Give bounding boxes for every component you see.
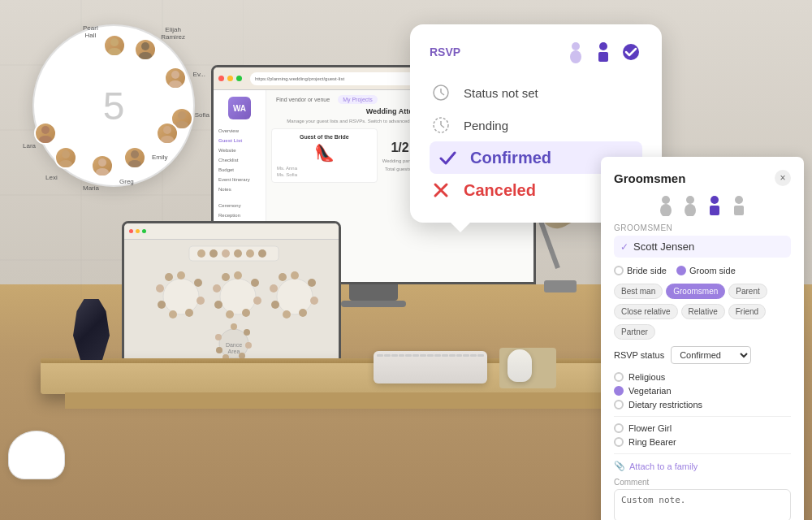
dietary-checkbox[interactable] (614, 400, 624, 410)
tag-relative[interactable]: Relative (681, 304, 725, 319)
nav-event-itinerary[interactable]: Event Itinerary (217, 175, 262, 184)
attach-label: Attach to a family (629, 462, 698, 471)
svg-line-38 (441, 93, 444, 95)
svg-point-69 (222, 273, 230, 281)
svg-point-25 (98, 158, 106, 167)
svg-point-33 (599, 42, 607, 50)
religious-checkbox[interactable] (614, 372, 624, 382)
rsvp-popup-header: RSVP (430, 41, 642, 63)
svg-point-50 (246, 249, 254, 258)
bride-column: Guest of the Bride 👠 Ms. Anna Ms. Sofia (271, 128, 378, 183)
svg-point-65 (242, 309, 250, 317)
svg-point-22 (39, 136, 52, 143)
guest-avatar-5 (34, 122, 57, 145)
bride-side-option[interactable]: Bride side (614, 266, 667, 275)
guest-name: Scott Jensen (633, 240, 694, 253)
name-check-icon: ✓ (620, 241, 628, 253)
groom-side-radio[interactable] (676, 266, 686, 275)
bride-side-radio[interactable] (614, 266, 624, 275)
tab-vendor[interactable]: Find vendor or venue (271, 95, 335, 104)
tag-friend[interactable]: Friend (728, 304, 766, 319)
svg-point-23 (62, 150, 70, 158)
nav-checklist[interactable]: Checklist (217, 155, 262, 165)
ring-bearer-checkbox[interactable] (614, 437, 624, 447)
tab-projects[interactable]: My Projects (338, 95, 378, 104)
canceled-icon (430, 179, 452, 202)
svg-point-71 (291, 271, 299, 280)
laptop-dot-red (129, 229, 133, 233)
svg-point-13 (110, 38, 119, 46)
nav-website[interactable]: Website (217, 145, 262, 155)
groom-side-option[interactable]: Groom side (676, 266, 736, 275)
vegetarian-checkbox[interactable] (614, 386, 624, 396)
tag-partner[interactable]: Partner (614, 324, 655, 340)
svg-point-57 (169, 310, 177, 318)
flower-girl-checkbox[interactable] (614, 423, 624, 433)
svg-point-56 (185, 309, 193, 317)
svg-point-58 (158, 301, 166, 309)
browser-dot-green[interactable] (236, 76, 242, 81)
svg-point-15 (141, 42, 149, 50)
nav-guest-list[interactable]: Guest List (217, 136, 262, 145)
attach-icon: 📎 (614, 461, 625, 471)
browser-dot-yellow[interactable] (227, 76, 233, 81)
seating-svg: Dance Area (124, 240, 339, 361)
svg-point-88 (215, 334, 222, 340)
svg-point-78 (279, 273, 287, 281)
panel-close-button[interactable]: × (775, 170, 791, 186)
seating-circle-container: 5 PearlHall ElijahRamirez Ev... Sofia La… (32, 24, 211, 203)
svg-point-31 (572, 42, 580, 50)
mouse[interactable] (508, 349, 532, 382)
religious-label: Religious (628, 372, 665, 382)
rsvp-status-row: RSVP status Confirmed Pending Canceled (614, 346, 791, 364)
svg-point-77 (270, 284, 278, 292)
guest-label-lara: Lara (23, 142, 36, 150)
svg-point-19 (178, 111, 186, 119)
nav-budget[interactable]: Budget (217, 165, 262, 175)
svg-point-48 (222, 249, 230, 258)
svg-point-73 (310, 297, 318, 305)
attach-family-link[interactable]: 📎 Attach to a family (614, 461, 791, 471)
comment-textarea[interactable]: Custom note. (614, 489, 791, 520)
panel-male-icon-selected (705, 196, 724, 215)
svg-point-54 (194, 279, 202, 287)
svg-point-30 (161, 136, 174, 143)
rsvp-status-select[interactable]: Confirmed Pending Canceled (671, 346, 751, 364)
vase-body (73, 299, 110, 360)
svg-point-46 (197, 249, 205, 258)
rsvp-person-icons (564, 41, 642, 63)
table-number: 5 (103, 84, 125, 128)
nav-notes[interactable]: Notes (217, 184, 262, 194)
svg-text:Area: Area (228, 349, 240, 354)
checkbox-ring-bearer: Ring Bearer (614, 437, 791, 447)
keyboard[interactable] (374, 351, 487, 384)
guest-label-ev: Ev... (193, 71, 205, 78)
svg-point-51 (258, 249, 266, 258)
nav-reception[interactable]: Reception (217, 210, 262, 220)
panel-male-icon-2 (729, 196, 749, 215)
nav-ceremony[interactable]: Ceremony (217, 201, 262, 210)
svg-point-70 (277, 279, 313, 314)
svg-point-92 (685, 204, 696, 216)
svg-point-53 (177, 271, 185, 280)
svg-point-91 (686, 196, 694, 204)
panel-female-icon-1 (656, 196, 676, 215)
svg-point-60 (165, 273, 173, 281)
tag-parent[interactable]: Parent (728, 284, 767, 299)
laptop-dot-green (142, 229, 146, 233)
browser-dot-red[interactable] (218, 76, 224, 81)
tag-best-man[interactable]: Best man (614, 284, 663, 299)
svg-point-64 (253, 297, 261, 305)
female-person-icon (564, 41, 587, 63)
rsvp-status-not-set-row[interactable]: Status not set (430, 76, 642, 109)
tag-close-relative[interactable]: Close relative (614, 304, 678, 319)
bride-icon: 👠 (277, 143, 372, 162)
tag-groomsmen[interactable]: Groomsmen (666, 284, 725, 299)
guest-label-sofia: Sofia (195, 111, 209, 119)
rsvp-pending-row[interactable]: Pending (430, 109, 642, 141)
url-text: https://planning.wedding/project/guest-l… (255, 76, 344, 81)
svg-point-89 (662, 196, 670, 204)
nav-overview[interactable]: Overview (217, 126, 262, 136)
groom-side-label: Groom side (689, 266, 736, 275)
svg-point-95 (735, 196, 743, 204)
